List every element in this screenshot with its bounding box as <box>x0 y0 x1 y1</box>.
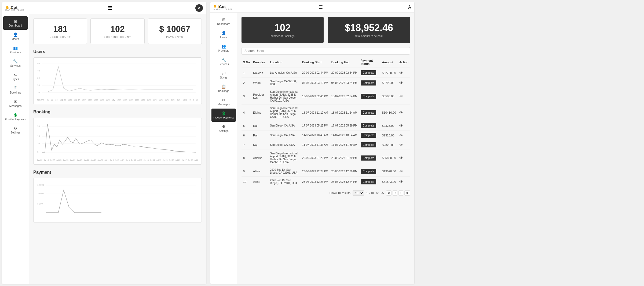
view-icon[interactable]: 👁 <box>399 110 403 115</box>
cell-action: 👁 <box>398 166 410 177</box>
rsidebar-item-providers[interactable]: 👥 Providers <box>210 42 237 55</box>
prev-page-btn[interactable]: ‹ <box>393 190 397 196</box>
complete-button[interactable]: Complete <box>361 169 376 174</box>
rsidebar-item-messages[interactable]: ✉ Messages <box>210 95 237 109</box>
cell-provider: Alline <box>251 177 268 187</box>
cell-status: Complete <box>359 105 380 121</box>
view-icon[interactable]: 👁 <box>399 156 403 160</box>
cell-sno: 6 <box>241 131 251 140</box>
settings-icon: ⚙ <box>14 126 17 130</box>
sidebar-item-providers[interactable]: 👥 Providers <box>2 43 29 57</box>
sidebar-item-bookings[interactable]: 📋 Bookings <box>2 83 29 97</box>
last-page-btn[interactable]: » <box>404 190 410 196</box>
complete-button[interactable]: Complete <box>361 133 376 138</box>
complete-button[interactable]: Complete <box>361 123 376 128</box>
cell-location: San Diego, CA, USA <box>268 121 301 131</box>
view-icon[interactable]: 👁 <box>399 71 403 75</box>
sidebar-label-bookings: Bookings <box>10 91 21 94</box>
stat-card-bookings: 102 BOOKING COUNT <box>90 18 144 44</box>
cell-provider: Raj <box>251 140 268 150</box>
cell-amount: $5580.00 <box>380 88 398 105</box>
sidebar-item-provider-payments[interactable]: 💲 Provider Payments <box>2 110 29 123</box>
users-section-title: Users <box>33 49 202 54</box>
left-hamburger[interactable]: ☰ <box>108 5 112 11</box>
svg-text:30: 30 <box>37 76 40 79</box>
complete-button[interactable]: Complete <box>361 94 376 99</box>
cell-status: Complete <box>359 88 380 105</box>
col-action: Action <box>398 57 410 68</box>
sidebar-item-services[interactable]: 🔧 Services <box>2 57 29 70</box>
results-per-page[interactable]: 10 <box>353 190 364 196</box>
cell-action: 👁 <box>398 150 410 166</box>
first-page-btn[interactable]: « <box>386 190 392 196</box>
table-row: 7 Raj San Diego, CA, USA 11-07-2023 11:3… <box>241 140 410 150</box>
rsidebar-item-services[interactable]: 🔧 Services <box>210 55 237 68</box>
right-avatar[interactable]: A <box>408 5 411 10</box>
payments-icon: 💲 <box>13 113 18 117</box>
cell-sno: 9 <box>241 166 251 177</box>
view-icon[interactable]: 👁 <box>399 133 403 138</box>
payment-chart-container: 12,000 10,000 8,000 <box>33 178 202 222</box>
cell-start: 26-06-2023 01:26 PM <box>301 150 330 166</box>
rsidebar-item-styles[interactable]: 🏷 Styles <box>210 68 237 82</box>
sidebar-item-messages[interactable]: ✉ Messages <box>2 97 29 110</box>
bookings-summary-card: 102 number of Bookings <box>241 17 324 43</box>
cell-sno: 3 <box>241 88 251 105</box>
payments-label: PAYMENTS <box>153 36 196 38</box>
view-icon[interactable]: 👁 <box>399 81 403 85</box>
rsidebar-item-users[interactable]: 👤 Users <box>210 28 237 42</box>
cell-amount: $2325.00 <box>380 140 398 150</box>
next-page-btn[interactable]: › <box>398 190 403 196</box>
search-bar <box>237 47 414 57</box>
complete-button[interactable]: Complete <box>361 142 376 147</box>
cell-location: San Diego, CA, USA <box>268 131 301 140</box>
cell-action: 👁 <box>398 121 410 131</box>
left-avatar[interactable]: A <box>195 4 203 12</box>
cell-start: 17-07-2023 05:25 PM <box>301 121 330 131</box>
complete-button[interactable]: Complete <box>361 155 376 161</box>
rsidebar-item-settings[interactable]: ⚙ Settings <box>210 122 237 135</box>
svg-text:20: 20 <box>37 84 40 86</box>
cell-start: 23-06-2023 12:23 PM <box>301 177 330 187</box>
cell-provider: Adarsh <box>251 150 268 166</box>
view-icon[interactable]: 👁 <box>399 169 403 173</box>
complete-button[interactable]: Complete <box>361 70 376 75</box>
cell-start: 20-09-2023 02:44 PM <box>301 68 330 78</box>
view-icon[interactable]: 👁 <box>399 94 403 98</box>
sidebar-item-settings[interactable]: ⚙ Settings <box>2 123 29 137</box>
rsidebar-item-bookings[interactable]: 📋 Bookings <box>210 82 237 95</box>
cell-provider: Rakesh <box>251 68 268 78</box>
col-sno: S.No <box>241 57 251 68</box>
rsidebar-item-provider-payments[interactable]: 💲 Provider Payments <box>211 109 236 122</box>
pagination-range: 1 - 10 <box>366 191 374 195</box>
pagination: Show 10 results 10 1 - 10 of 25 « ‹ › » <box>237 187 414 199</box>
complete-button[interactable]: Complete <box>361 179 376 184</box>
cell-provider: Raj <box>251 131 268 140</box>
user-count: 181 <box>39 24 82 34</box>
rsidebar-label-dashboard: Dashboard <box>217 23 230 25</box>
stat-card-users: 181 USER COUNT <box>33 18 87 44</box>
view-icon[interactable]: 👁 <box>399 180 403 184</box>
rservices-icon: 🔧 <box>221 58 226 62</box>
right-sidebar: ⊞ Dashboard 👤 Users 👥 Providers 🔧 Servic… <box>210 13 237 284</box>
view-icon[interactable]: 👁 <box>399 143 403 147</box>
sidebar-item-styles[interactable]: 🏷 Styles <box>2 70 29 83</box>
view-icon[interactable]: 👁 <box>399 124 403 128</box>
cell-provider: Raj <box>251 121 268 131</box>
rsidebar-item-dashboard[interactable]: ⊞ Dashboard <box>210 15 237 28</box>
svg-text:20: 20 <box>37 125 40 127</box>
complete-button[interactable]: Complete <box>361 80 376 86</box>
rsidebar-label-styles: Styles <box>220 76 227 79</box>
complete-button[interactable]: Complete <box>361 110 376 115</box>
cell-amount: $32738.00 <box>380 68 398 78</box>
right-hamburger[interactable]: ☰ <box>319 4 323 10</box>
sidebar-label-services: Services <box>10 64 20 67</box>
cell-status: Complete <box>359 78 380 88</box>
sidebar-item-users[interactable]: 👤 Users <box>2 30 29 43</box>
col-amount: Amount <box>380 57 398 68</box>
sidebar-label-provider-payments: Provider Payments <box>5 118 25 121</box>
search-input[interactable] <box>241 47 410 55</box>
cell-location: 2920 Zoo Dr, San Diego, CA 92101, USA <box>268 166 301 177</box>
sidebar-item-dashboard[interactable]: ⊞ Dashboard <box>3 16 28 30</box>
cell-sno: 7 <box>241 140 251 150</box>
